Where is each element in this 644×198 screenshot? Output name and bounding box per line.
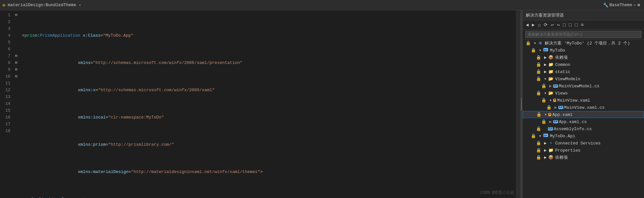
vm-folder-icon: 📂: [548, 76, 554, 81]
viewmodels-folder-item[interactable]: 🔒 ▾ 📂 ViewModels: [523, 75, 644, 82]
connected-services-label: Connected Services: [555, 141, 601, 146]
static-folder-icon: 📁: [548, 69, 554, 74]
solution-panel: 解决方案资源管理器 ◀ ▶ ⌂ ⟳ ↩ ↪ □ □ □ ≡ 🔒 ▾ ⊞ 解决方案…: [522, 10, 644, 198]
solution-search-input[interactable]: [525, 31, 641, 38]
api-dependencies-item[interactable]: 🔒 ▶ 📦 依赖项: [523, 154, 644, 161]
sol-btn-back[interactable]: ◀: [525, 21, 530, 28]
props-folder-icon: 📁: [548, 148, 554, 153]
pin-icon[interactable]: ⊕: [636, 2, 641, 8]
title-dropdown-arrow[interactable]: ▾: [79, 3, 81, 8]
mainviewmodel-item[interactable]: 🔒 ▶ C# MainViewModel.cs: [523, 82, 644, 90]
title-bar-right: ⊕: [636, 2, 641, 8]
common-expand-arrow[interactable]: ▶: [543, 62, 548, 67]
solution-root-label: 解决方案 'MyToDo' (2 个项目，共 2 个): [545, 40, 630, 46]
line-num-4: 4: [4, 32, 10, 39]
mvm-expand-arrow[interactable]: ▶: [548, 83, 553, 89]
collapse-icon-8[interactable]: ⊟: [15, 59, 18, 66]
static-expand-arrow[interactable]: ▶: [543, 69, 548, 74]
code-content[interactable]: <prism:PrismApplication x:Class="MyToDo.…: [19, 10, 516, 198]
sol-btn-sq1[interactable]: □: [562, 22, 567, 28]
app-xaml-item[interactable]: 🔒 ▾ + App.xaml: [523, 111, 644, 118]
basetheme-title: BaseTheme: [610, 3, 632, 7]
mv-expand-arrow[interactable]: ▾: [548, 98, 553, 103]
solution-expand-arrow[interactable]: ▾: [532, 41, 538, 46]
mvcs-expand-arrow[interactable]: ▶: [553, 105, 558, 110]
center-dropdown-arrow[interactable]: ▾: [634, 3, 636, 8]
common-folder-item[interactable]: 🔒 ▶ 📁 Common: [523, 61, 644, 68]
mainview-xaml-item[interactable]: 🔒 ▾ + MainView.xaml: [523, 97, 644, 104]
title-bar-center: 🔧 BaseTheme ▾: [603, 3, 636, 8]
solution-tree: 🔒 ▾ ⊞ 解决方案 'MyToDo' (2 个项目，共 2 个) 🔒 ▾ C#…: [523, 40, 644, 198]
collapse-column: ⊟ ⊟ ⊟ ⊟ ⊟: [13, 10, 19, 198]
vm-expand-arrow[interactable]: ▾: [543, 76, 548, 81]
assemblyinfo-item[interactable]: 🔒 C# AssemblyInfo.cs: [523, 125, 644, 132]
api-project-icon: C#: [543, 133, 549, 139]
line-num-14: 14: [4, 100, 10, 107]
mvcs-lock-icon: 🔒: [546, 105, 552, 110]
connected-services-item[interactable]: 🔒 ▶ ⚡ Connected Services: [523, 140, 644, 147]
sol-btn-redo[interactable]: ↪: [556, 21, 561, 28]
vertical-scrollbar[interactable]: [516, 10, 520, 198]
mytodo-api-label: MyToDo.Api: [550, 134, 575, 139]
ai-lock-icon: 🔒: [536, 126, 541, 131]
line-num-10: 10: [4, 73, 10, 80]
collapse-icon-9[interactable]: ⊟: [15, 66, 18, 73]
static-folder-label: static: [555, 69, 570, 74]
props-lock-icon: 🔒: [536, 148, 541, 153]
appcs-cs-badge: C#: [553, 120, 558, 123]
mvm-lock-icon: 🔒: [541, 83, 547, 89]
dep-expand-arrow[interactable]: ▶: [543, 55, 548, 60]
properties-label: Properties: [555, 148, 580, 153]
sol-btn-home[interactable]: ⌂: [537, 22, 542, 28]
views-expand-arrow[interactable]: ▾: [543, 91, 548, 96]
mytodo-project-label: MyToDo: [550, 48, 565, 53]
views-folder-label: Views: [555, 91, 568, 96]
app-xaml-cs-item[interactable]: 🔒 ▶ C# App.xaml.cs: [523, 118, 644, 125]
title-bar-left: ⚙ materialDesign:BundledTheme ▾: [3, 3, 603, 8]
code-line-7: <Application.Resources>: [19, 196, 516, 198]
api-dep-lock-icon: 🔒: [536, 155, 541, 160]
dependencies-item[interactable]: 🔒 ▶ 📦 依赖项: [523, 54, 644, 61]
sol-btn-refresh[interactable]: ⟳: [542, 21, 549, 28]
collapse-icon-7[interactable]: ⊟: [15, 53, 18, 59]
appx-expand-arrow[interactable]: ▾: [543, 112, 548, 117]
editor-panel: 1 2 3 4 5 6 7 8 9 10 11 12 13 14 15 16 1…: [0, 10, 520, 198]
line-num-6: 6: [4, 46, 10, 53]
project-expand-arrow[interactable]: ▾: [538, 48, 543, 53]
collapse-icon-10[interactable]: ⊟: [15, 73, 18, 80]
splitter-handle: [521, 98, 522, 111]
app-xaml-label: App.xaml: [552, 112, 572, 117]
solution-icon: 🔒: [525, 41, 531, 46]
api-expand-arrow[interactable]: ▾: [538, 133, 543, 139]
static-folder-item[interactable]: 🔒 ▶ 📁 static: [523, 68, 644, 75]
line-num-13: 13: [4, 93, 10, 100]
mytodo-project-item[interactable]: 🔒 ▾ C# MyToDo: [523, 47, 644, 54]
api-dependencies-label: 依赖项: [555, 155, 568, 160]
properties-item[interactable]: 🔒 ▶ 📁 Properties: [523, 147, 644, 154]
sol-btn-sq2[interactable]: □: [568, 22, 573, 28]
mytodo-api-project-item[interactable]: 🔒 ▾ C# MyToDo.Api: [523, 132, 644, 140]
mainview-xaml-cs-item[interactable]: 🔒 ▶ C# MainView.xaml.cs: [523, 104, 644, 111]
sol-btn-sq3[interactable]: □: [574, 22, 579, 28]
line-num-15: 15: [4, 107, 10, 114]
code-line-2: xmlns="http://schemas.microsoft.com/winf…: [19, 59, 516, 66]
appx-lock-icon: 🔒: [536, 112, 542, 117]
main-content: 1 2 3 4 5 6 7 8 9 10 11 12 13 14 15 16 1…: [0, 10, 644, 198]
appcs-expand-arrow[interactable]: ▶: [548, 119, 553, 124]
sol-btn-forward[interactable]: ▶: [530, 21, 536, 28]
assemblyinfo-label: AssemblyInfo.cs: [554, 127, 592, 131]
collapse-icon-1[interactable]: ⊟: [15, 12, 18, 19]
solution-root[interactable]: 🔒 ▾ ⊞ 解决方案 'MyToDo' (2 个项目，共 2 个): [523, 40, 644, 47]
api-lock-icon: 🔒: [530, 133, 536, 139]
views-folder-item[interactable]: 🔒 ▾ 📂 Views: [523, 90, 644, 97]
code-line-4: xmlns:local="clr-namespace:MyToDo": [19, 114, 516, 121]
sol-btn-undo[interactable]: ↩: [550, 21, 555, 28]
project-icon: C#: [543, 47, 549, 54]
svg-text:C#: C#: [544, 49, 547, 51]
sol-btn-menu[interactable]: ≡: [579, 22, 585, 28]
api-dep-expand-arrow[interactable]: ▶: [543, 155, 548, 160]
gear-icon: ⚙: [3, 3, 5, 8]
cs-expand-arrow[interactable]: ▶: [543, 141, 548, 146]
line-num-18: 18: [4, 128, 10, 134]
props-expand-arrow[interactable]: ▶: [543, 148, 548, 153]
